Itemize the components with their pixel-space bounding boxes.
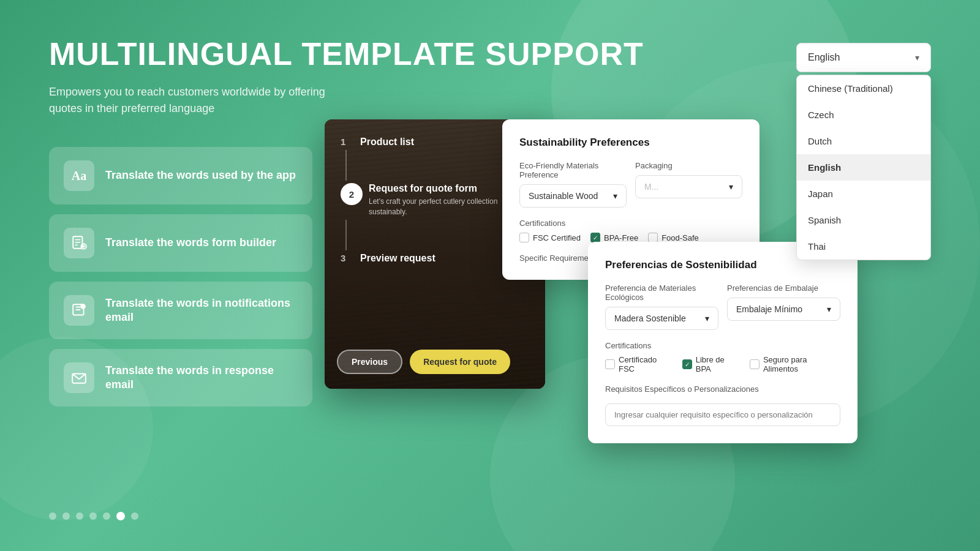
step-1-number: 1 — [341, 137, 352, 147]
materials-chevron-icon: ▾ — [613, 191, 617, 201]
certifications-label: Certifications — [519, 219, 742, 228]
spanish-certifications-label: Certifications — [605, 341, 840, 350]
form-icon — [64, 228, 94, 258]
materials-value: Sustainable Wood — [529, 191, 598, 201]
app-icon: Aa — [64, 160, 94, 191]
lang-option-dutch[interactable]: Dutch — [797, 128, 930, 154]
lang-option-thai[interactable]: Thai — [797, 233, 930, 260]
cert-fsc-label: FSC Certified — [533, 233, 581, 242]
cert-bpa-label: BPA-Free — [604, 233, 638, 242]
packaging-chevron-icon: ▾ — [729, 182, 733, 192]
lang-option-chinese[interactable]: Chinese (Traditional) — [797, 75, 930, 102]
cert-fsc[interactable]: FSC Certified — [519, 233, 581, 242]
materials-col: Eco-Friendly Materials Preference Sustai… — [519, 161, 627, 208]
step-line-1 — [345, 150, 347, 181]
notification-icon — [64, 295, 94, 326]
page-subtitle: Empowers you to reach customers worldwid… — [49, 84, 343, 117]
spanish-cert-food[interactable]: Seguro para Alimentos — [750, 355, 840, 373]
cert-food[interactable]: Food-Safe — [648, 233, 699, 242]
feature-app-words[interactable]: Aa Translate the words used by the app — [49, 147, 312, 204]
spanish-cert-food-checkbox[interactable] — [750, 359, 760, 369]
spanish-materials-chevron-icon: ▾ — [705, 313, 709, 323]
language-select-button[interactable]: English ▾ — [796, 43, 931, 72]
spanish-cert-bpa-checkbox[interactable]: ✓ — [682, 359, 692, 369]
packaging-placeholder: M... — [644, 182, 658, 192]
spanish-materials-select[interactable]: Madera Sostenible ▾ — [605, 307, 718, 330]
svg-point-10 — [80, 304, 86, 309]
feature-response[interactable]: Translate the words in response email — [49, 349, 312, 407]
screenshot-area: 1 Product list 2 Request for quote form … — [325, 119, 876, 413]
feature-app-words-label: Translate the words used by the app — [105, 168, 296, 182]
cert-fsc-checkbox[interactable] — [519, 233, 529, 242]
cert-bpa[interactable]: ✓ BPA-Free — [590, 233, 638, 242]
cert-bpa-checkbox[interactable]: ✓ — [590, 233, 600, 242]
english-card-title: Sustainability Preferences — [519, 137, 742, 149]
spanish-packaging-select[interactable]: Embalaje Mínimo ▾ — [727, 298, 840, 321]
spanish-cert-fsc-checkbox[interactable] — [605, 359, 615, 369]
spanish-cert-bpa-label: Libre de BPA — [696, 355, 740, 373]
chevron-down-icon: ▾ — [915, 53, 919, 62]
step-2-circle: 2 — [341, 183, 363, 205]
step-line-2 — [345, 220, 347, 250]
dot-5[interactable] — [103, 512, 110, 520]
spanish-card: Preferencias de Sostenibilidad Preferenc… — [588, 242, 858, 443]
feature-notifications-label: Translate the words in notifications ema… — [105, 296, 298, 325]
spanish-cert-fsc[interactable]: Certificado FSC — [605, 355, 673, 373]
spanish-packaging-col: Preferencias de Embalaje Embalaje Mínimo… — [727, 283, 840, 330]
dot-6[interactable] — [116, 512, 125, 520]
english-fields-row: Eco-Friendly Materials Preference Sustai… — [519, 161, 742, 208]
main-content: MULTILINGUAL TEMPLATE SUPPORT Empowers y… — [0, 0, 980, 551]
dot-3[interactable] — [76, 512, 83, 520]
feature-list: Aa Translate the words used by the app T… — [49, 147, 312, 407]
spanish-card-title: Preferencias de Sostenibilidad — [605, 259, 840, 271]
step-1-label: Product list — [360, 137, 414, 148]
lang-option-czech[interactable]: Czech — [797, 102, 930, 128]
dot-4[interactable] — [89, 512, 97, 520]
email-icon — [64, 362, 94, 393]
step-3-label: Preview request — [360, 253, 435, 264]
cert-food-label: Food-Safe — [662, 233, 699, 242]
spanish-cert-bpa[interactable]: ✓ Libre de BPA — [682, 355, 740, 373]
step-3-number: 3 — [341, 253, 352, 263]
dot-1[interactable] — [49, 512, 56, 520]
spanish-cert-fsc-label: Certificado FSC — [619, 355, 673, 373]
dot-7[interactable] — [131, 512, 138, 520]
spanish-fields-row: Preferencia de Materiales Ecológicos Mad… — [605, 283, 840, 330]
spanish-materials-label: Preferencia de Materiales Ecológicos — [605, 283, 718, 302]
form-buttons: Previous Request for quote — [337, 350, 510, 374]
dot-2[interactable] — [62, 512, 70, 520]
request-button[interactable]: Request for quote — [410, 350, 510, 374]
lang-option-english[interactable]: English — [797, 154, 930, 181]
spanish-materials-col: Preferencia de Materiales Ecológicos Mad… — [605, 283, 718, 330]
feature-response-label: Translate the words in response email — [105, 364, 298, 392]
spanish-packaging-chevron-icon: ▾ — [827, 304, 831, 314]
materials-select[interactable]: Sustainable Wood ▾ — [519, 184, 627, 208]
packaging-col: Packaging M... ▾ — [635, 161, 742, 208]
cert-food-checkbox[interactable] — [648, 233, 658, 242]
language-selector[interactable]: English ▾ Chinese (Traditional) Czech Du… — [796, 43, 931, 72]
lang-option-spanish[interactable]: Spanish — [797, 207, 930, 233]
feature-form-builder[interactable]: Translate the words form builder — [49, 214, 312, 272]
feature-form-builder-label: Translate the words form builder — [105, 236, 276, 250]
spanish-cert-food-label: Seguro para Alimentos — [763, 355, 840, 373]
spanish-requirements-input[interactable] — [605, 403, 840, 426]
feature-notifications[interactable]: Translate the words in notifications ema… — [49, 282, 312, 339]
spanish-packaging-value: Embalaje Mínimo — [736, 304, 802, 314]
previous-button[interactable]: Previous — [337, 350, 402, 374]
selected-language: English — [808, 52, 840, 63]
language-dropdown-menu: Chinese (Traditional) Czech Dutch Englis… — [796, 75, 931, 260]
packaging-label: Packaging — [635, 161, 742, 170]
spanish-packaging-label: Preferencias de Embalaje — [727, 283, 840, 293]
lang-option-japan[interactable]: Japan — [797, 181, 930, 207]
certifications-checkboxes: FSC Certified ✓ BPA-Free Food-Safe — [519, 233, 742, 242]
spanish-requirements-label: Requisitos Específicos o Personalizacion… — [605, 384, 840, 394]
materials-label: Eco-Friendly Materials Preference — [519, 161, 627, 179]
pagination-dots — [49, 512, 138, 520]
spanish-materials-value: Madera Sostenible — [614, 313, 686, 323]
packaging-select[interactable]: M... ▾ — [635, 175, 742, 198]
spanish-certifications-checkboxes: Certificado FSC ✓ Libre de BPA Seguro pa… — [605, 355, 840, 373]
